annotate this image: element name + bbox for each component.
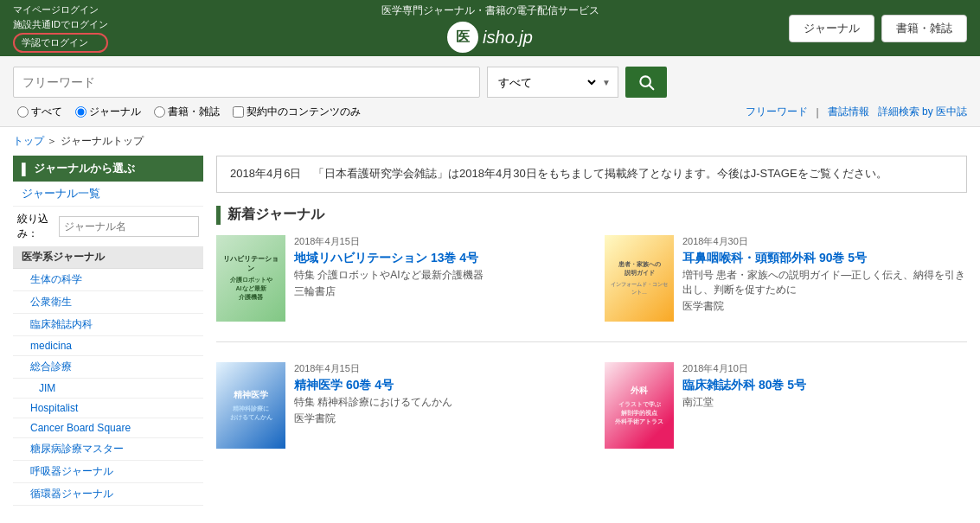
cover-inner-4: 外科 イラストで学ぶ解剖学的視点外科手術アトラス (609, 367, 669, 444)
radio-all[interactable]: すべて (17, 105, 62, 119)
journal-button[interactable]: ジャーナル (789, 15, 874, 42)
search-right-options: フリーワード | 書誌情報 詳細検索 by 医中誌 (746, 105, 967, 119)
separator: | (817, 106, 819, 118)
journal-item-2: 患者・家族への説明ガイド インフォームド・コンセント… 2018年4月30日 耳… (605, 235, 967, 322)
facility-login-link[interactable]: 施設共通IDでログイン (13, 18, 108, 31)
checkbox-contracted[interactable]: 契約中のコンテンツのみ (233, 105, 361, 119)
search-icon (637, 73, 655, 91)
divider (216, 341, 967, 342)
journal-item-4: 外科 イラストで学ぶ解剖学的視点外科手術アトラス 2018年4月10日 臨床雑誌… (605, 362, 967, 449)
journal-info-4: 2018年4月10日 臨床雑誌外科 80巻 5号 南江堂 (682, 362, 967, 449)
journal-title-3[interactable]: 精神医学 60巻 4号 (294, 377, 579, 394)
book-info-link[interactable]: 書誌情報 (828, 105, 869, 119)
cover-inner-3: 精神医学 精神科診療におけるてんかん (221, 367, 281, 444)
notice-box: 2018年4月6日 「日本看護研究学会雑誌」は2018年4月30日をもちまして掲… (216, 156, 967, 193)
journal-cover-1: リハビリテーション 介護ロボットやAIなど最新介護機器 (216, 235, 285, 322)
sidebar-journal-list[interactable]: ジャーナル一覧 (13, 182, 203, 207)
journal-info-2: 2018年4月30日 耳鼻咽喉科・頭頸部外科 90巻 5号 増刊号 患者・家族へ… (682, 235, 967, 322)
freeword-link[interactable]: フリーワード (746, 105, 808, 119)
main-content: ▌ ジャーナルから選ぶ ジャーナル一覧 絞り込み： 医学系ジャーナル 生体の科学… (0, 156, 980, 506)
sidebar-section-label: ジャーナルから選ぶ (34, 161, 135, 176)
cover-inner-1: リハビリテーション 介護ロボットやAIなど最新介護機器 (221, 239, 281, 317)
sidebar-category: 医学系ジャーナル (13, 246, 203, 269)
section-header: 新着ジャーナル (216, 206, 967, 225)
sidebar-item-cardio[interactable]: 循環器ジャーナル (13, 483, 203, 506)
section-title: 新着ジャーナル (227, 206, 324, 224)
sidebar-item-sogo[interactable]: 総合診療 (13, 356, 203, 379)
journal-info-1: 2018年4月15日 地域リハビリテーション 13巻 4号 特集 介護ロボットや… (294, 235, 579, 322)
search-select-wrap: すべて ジャーナル 書籍・雑誌 ▼ (487, 67, 618, 98)
journal-cover-2: 患者・家族への説明ガイド インフォームド・コンセント… (605, 235, 674, 322)
logo[interactable]: 医 isho.jp (447, 22, 533, 53)
nav-links: マイページログイン 施設共通IDでログイン 学認でログイン (13, 3, 108, 53)
sidebar-item-diabetes[interactable]: 糖尿病診療マスター (13, 438, 203, 461)
sidebar-item-respiratory[interactable]: 呼吸器ジャーナル (13, 461, 203, 483)
filter-input[interactable] (59, 216, 199, 237)
sidebar-item-medicina[interactable]: medicina (13, 336, 203, 356)
journal-date-1: 2018年4月15日 (294, 235, 579, 248)
section-bar-icon (216, 206, 221, 225)
journal-cover-3: 精神医学 精神科診療におけるてんかん (216, 362, 285, 449)
journal-title-1[interactable]: 地域リハビリテーション 13巻 4号 (294, 250, 579, 267)
sidebar-item-hospitalist[interactable]: Hospitalist (13, 399, 203, 418)
search-row: すべて ジャーナル 書籍・雑誌 ▼ (13, 67, 967, 98)
journal-title-4[interactable]: 臨床雑誌外科 80巻 5号 (682, 377, 967, 394)
breadcrumb: トップ ＞ ジャーナルトップ (0, 127, 980, 156)
content-area: 2018年4月6日 「日本看護研究学会雑誌」は2018年4月30日をもちまして掲… (216, 156, 967, 506)
header-buttons: ジャーナル 書籍・雑誌 (789, 15, 967, 42)
search-area: すべて ジャーナル 書籍・雑誌 ▼ すべて ジャーナル 書籍・雑誌 契約中のコン… (0, 56, 980, 127)
sidebar-item-cancer[interactable]: Cancer Board Square (13, 418, 203, 438)
advanced-search-link[interactable]: 詳細検索 by 医中誌 (878, 105, 967, 119)
journal-info-3: 2018年4月15日 精神医学 60巻 4号 特集 精神科診療におけるてんかん … (294, 362, 579, 449)
journal-cover-4: 外科 イラストで学ぶ解剖学的視点外科手術アトラス (605, 362, 674, 449)
logo-text: isho.jp (483, 28, 533, 48)
sidebar-item-seimei[interactable]: 生体の科学 (13, 269, 203, 291)
journal-date-4: 2018年4月10日 (682, 362, 967, 375)
journal-publisher-2: 医学書院 (682, 299, 967, 314)
logo-area: 医学専門ジャーナル・書籍の電子配信サービス 医 isho.jp (381, 3, 599, 53)
journal-publisher-1: 三輪書店 (294, 284, 579, 299)
radio-journal[interactable]: ジャーナル (75, 105, 141, 119)
journal-subtitle-1: 特集 介護ロボットやAIなど最新介護機器 (294, 268, 579, 283)
search-category-select[interactable]: すべて ジャーナル 書籍・雑誌 (495, 75, 599, 90)
search-options: すべて ジャーナル 書籍・雑誌 契約中のコンテンツのみ フリーワード | 書誌情… (13, 105, 967, 119)
journal-title-2[interactable]: 耳鼻咽喉科・頭頸部外科 90巻 5号 (682, 250, 967, 267)
journal-row-2: 精神医学 精神科診療におけるてんかん 2018年4月15日 精神医学 60巻 4… (216, 362, 967, 449)
search-input[interactable] (13, 67, 480, 98)
journal-date-3: 2018年4月15日 (294, 362, 579, 375)
sidebar-item-koushu[interactable]: 公衆衛生 (13, 291, 203, 314)
logo-icon: 医 (447, 22, 478, 53)
search-button[interactable] (625, 67, 667, 98)
header: マイページログイン 施設共通IDでログイン 学認でログイン 医学専門ジャーナル・… (0, 0, 980, 56)
breadcrumb-current: ジャーナルトップ (61, 135, 144, 147)
mypage-login-link[interactable]: マイページログイン (13, 3, 108, 16)
breadcrumb-separator: ＞ (47, 135, 60, 147)
breadcrumb-top[interactable]: トップ (13, 135, 44, 147)
svg-line-1 (650, 86, 654, 90)
sidebar-item-rinsho[interactable]: 臨床雑誌内科 (13, 314, 203, 336)
journal-row-1: リハビリテーション 介護ロボットやAIなど最新介護機器 2018年4月15日 地… (216, 235, 967, 322)
cover-inner-2: 患者・家族への説明ガイド インフォームド・コンセント… (609, 239, 669, 317)
sidebar: ▌ ジャーナルから選ぶ ジャーナル一覧 絞り込み： 医学系ジャーナル 生体の科学… (13, 156, 203, 506)
filter-row: 絞り込み： (13, 207, 203, 246)
radio-books[interactable]: 書籍・雑誌 (154, 105, 220, 119)
sidebar-bullet-icon: ▌ (22, 163, 29, 175)
journal-subtitle-2: 増刊号 患者・家族への説明ガイド―正しく伝え、納得を引き出し、判断を促すために (682, 268, 967, 297)
notice-text: 「日本看護研究学会雑誌」は2018年4月30日をもちまして掲載終了となります。今… (313, 167, 887, 180)
journals-grid: リハビリテーション 介護ロボットやAIなど最新介護機器 2018年4月15日 地… (216, 235, 967, 449)
books-button[interactable]: 書籍・雑誌 (881, 15, 967, 42)
academic-login-link[interactable]: 学認でログイン (13, 33, 108, 53)
site-subtitle: 医学専門ジャーナル・書籍の電子配信サービス (381, 3, 599, 18)
journal-item-3: 精神医学 精神科診療におけるてんかん 2018年4月15日 精神医学 60巻 4… (216, 362, 579, 449)
filter-label: 絞り込み： (17, 212, 54, 241)
journal-subtitle-3: 特集 精神科診療におけるてんかん (294, 395, 579, 410)
select-arrow-icon: ▼ (602, 78, 611, 87)
journal-publisher-4: 南江堂 (682, 395, 967, 410)
journal-publisher-3: 医学書院 (294, 411, 579, 426)
journal-date-2: 2018年4月30日 (682, 235, 967, 248)
journal-item-1: リハビリテーション 介護ロボットやAIなど最新介護機器 2018年4月15日 地… (216, 235, 579, 322)
sidebar-item-jim[interactable]: JIM (13, 379, 203, 399)
notice-date: 2018年4月6日 (230, 167, 301, 180)
sidebar-section-title[interactable]: ▌ ジャーナルから選ぶ (13, 156, 203, 182)
